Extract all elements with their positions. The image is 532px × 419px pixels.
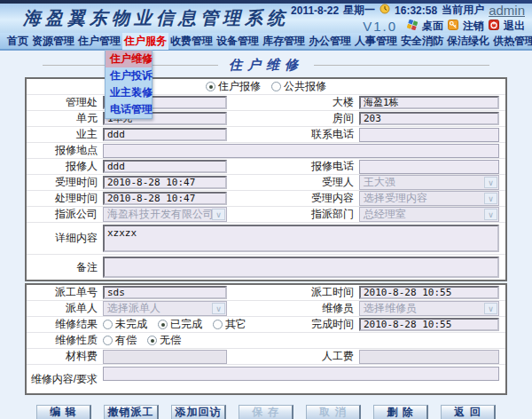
menu-item-phone-management[interactable]: 电话管理 bbox=[106, 101, 152, 118]
nav-item-equipment[interactable]: 设备管理 bbox=[215, 33, 261, 50]
dispatch-time-input[interactable] bbox=[359, 286, 499, 299]
finish-time-input[interactable] bbox=[359, 318, 499, 331]
nav-item-office[interactable]: 办公管理 bbox=[307, 33, 353, 50]
process-time-input[interactable] bbox=[103, 192, 227, 205]
detail-content-label: 详细内容 bbox=[27, 231, 103, 246]
radio-off-icon bbox=[271, 82, 281, 91]
nav-item-resources[interactable]: 资源管理 bbox=[30, 33, 76, 50]
weekday: 星期一 bbox=[343, 3, 375, 18]
acceptor-select[interactable]: 王大强∨ bbox=[359, 175, 499, 190]
current-date: 2011-8-22 bbox=[291, 4, 339, 17]
detail-content-textarea[interactable]: xzxzx bbox=[103, 225, 499, 252]
menu-item-owner-decoration[interactable]: 业主装修 bbox=[106, 84, 152, 101]
accept-time-label: 受理时间 bbox=[27, 175, 103, 190]
username-link[interactable]: admin bbox=[489, 3, 525, 18]
row-nature: 维修性质 有偿 无偿 bbox=[27, 333, 505, 349]
nav-item-hr[interactable]: 人事管理 bbox=[353, 33, 399, 50]
process-time-label: 处理时间 bbox=[27, 191, 103, 206]
nature-paid-label: 有偿 bbox=[115, 333, 137, 348]
row-process-time-content: 处理时间 受理内容 选择受理内容∨ bbox=[27, 191, 505, 207]
title-rule-right bbox=[314, 65, 489, 66]
owner-input[interactable] bbox=[103, 128, 227, 141]
exit-link[interactable]: 退出 bbox=[504, 19, 525, 34]
remark-textarea[interactable] bbox=[103, 257, 499, 278]
desktop-icon[interactable] bbox=[407, 20, 418, 33]
row-reporter-phone: 报修人 报修电话 bbox=[27, 159, 505, 175]
cancel-dispatch-button[interactable]: 撤销派工 bbox=[104, 405, 159, 419]
assigned-company-select[interactable]: 海盈科技开发有限公司∨ bbox=[103, 207, 227, 222]
nav-item-fees[interactable]: 收费管理 bbox=[168, 33, 215, 50]
assigned-company-value: 海盈科技开发有限公司 bbox=[107, 207, 212, 222]
button-bar: 编 辑 撤销派工 添加回访 保 存 取 消 删 除 返 回 bbox=[0, 405, 532, 419]
nature-paid[interactable]: 有偿 bbox=[103, 333, 137, 348]
menu-item-resident-repair[interactable]: 住户维修 bbox=[106, 51, 152, 67]
row-area-building: 管理处 大楼 bbox=[27, 95, 505, 111]
chevron-down-icon: ∨ bbox=[484, 177, 497, 188]
version-label: V1.0 bbox=[363, 19, 397, 34]
repair-result-radios: 未完成 已完成 其它 bbox=[103, 317, 246, 332]
nav-item-inventory[interactable]: 库存管理 bbox=[261, 33, 307, 50]
app-header: 海盈翼东物业信息管理系统 2011-8-22 星期一 16:32:58 当前用户… bbox=[0, 4, 532, 33]
accept-time-input[interactable] bbox=[103, 176, 227, 189]
nav-item-safety[interactable]: 安全消防 bbox=[399, 33, 445, 50]
acceptor-label: 受理人 bbox=[322, 175, 359, 190]
resident-service-dropdown: 住户维修 住户投诉 业主装修 电话管理 bbox=[105, 50, 153, 119]
work-order-no-input[interactable] bbox=[103, 286, 227, 299]
radio-off-icon bbox=[213, 320, 223, 329]
dispatcher-select[interactable]: 选择派单人∨ bbox=[103, 301, 227, 316]
row-detail-content: 详细内容 xzxzx bbox=[27, 223, 505, 255]
nav-item-cleaning[interactable]: 保洁绿化 bbox=[445, 33, 491, 50]
repair-nature-label: 维修性质 bbox=[27, 333, 103, 348]
reporter-label: 报修人 bbox=[27, 159, 103, 174]
contact-phone-input[interactable] bbox=[359, 128, 499, 142]
result-finished-label: 已完成 bbox=[170, 317, 202, 332]
repair-info-box: 住户报修 公共报修 管理处 大楼 单元 房间 业主 联系电话 报修地点 报修人 … bbox=[25, 77, 507, 281]
report-type-public-label: 公共报修 bbox=[284, 79, 326, 94]
desktop-link[interactable]: 桌面 bbox=[422, 19, 443, 34]
delete-button[interactable]: 删 除 bbox=[373, 405, 428, 419]
work-order-no-label: 派工单号 bbox=[27, 285, 103, 300]
nature-free[interactable]: 无偿 bbox=[147, 333, 181, 348]
reporter-input[interactable] bbox=[103, 160, 227, 173]
repair-nature-radios: 有偿 无偿 bbox=[103, 333, 181, 348]
result-unfinished[interactable]: 未完成 bbox=[103, 317, 147, 332]
nav-item-heating[interactable]: 供热管理 bbox=[491, 33, 532, 50]
assigned-dept-select[interactable]: 总经理室∨ bbox=[359, 207, 499, 222]
labor-fee-input[interactable] bbox=[359, 350, 499, 364]
add-followup-button[interactable]: 添加回访 bbox=[171, 405, 226, 419]
result-unfinished-label: 未完成 bbox=[115, 317, 147, 332]
repairman-select[interactable]: 选择维修员∨ bbox=[359, 301, 499, 316]
report-type-public[interactable]: 公共报修 bbox=[271, 79, 326, 94]
material-fee-input[interactable] bbox=[103, 350, 227, 364]
current-user-label: 当前用户 bbox=[442, 3, 484, 18]
logout-icon[interactable] bbox=[448, 20, 458, 33]
exit-icon[interactable] bbox=[489, 20, 499, 33]
row-workorder-dispatchtime: 派工单号 派工时间 bbox=[27, 285, 505, 301]
logout-link[interactable]: 注销 bbox=[463, 19, 484, 34]
chevron-down-icon: ∨ bbox=[484, 193, 497, 204]
row-remark: 备注 bbox=[27, 255, 505, 280]
labor-fee-label: 人工费 bbox=[322, 349, 359, 364]
clock-icon bbox=[379, 4, 390, 17]
remark-label: 备注 bbox=[27, 260, 103, 275]
report-type-resident[interactable]: 住户报修 bbox=[206, 79, 261, 94]
assigned-company-label: 指派公司 bbox=[27, 207, 103, 222]
nav-item-residents[interactable]: 住户管理 bbox=[76, 33, 122, 50]
back-button[interactable]: 返 回 bbox=[441, 405, 496, 419]
nav-item-resident-service[interactable]: 住户服务 bbox=[122, 33, 168, 50]
result-other[interactable]: 其它 bbox=[213, 317, 246, 332]
nav-item-home[interactable]: 首页 bbox=[5, 33, 30, 50]
repair-location-input[interactable] bbox=[103, 144, 499, 158]
building-input[interactable] bbox=[359, 96, 499, 109]
nature-free-label: 无偿 bbox=[160, 333, 181, 348]
report-phone-input[interactable] bbox=[359, 160, 499, 174]
repair-requirement-textarea[interactable] bbox=[103, 367, 499, 381]
accept-content-select[interactable]: 选择受理内容∨ bbox=[359, 191, 499, 206]
report-phone-label: 报修电话 bbox=[311, 159, 359, 174]
edit-button[interactable]: 编 辑 bbox=[36, 405, 91, 419]
room-input[interactable] bbox=[359, 112, 499, 125]
result-finished[interactable]: 已完成 bbox=[158, 317, 202, 332]
menu-item-resident-complaint[interactable]: 住户投诉 bbox=[106, 67, 152, 84]
radio-on-icon bbox=[206, 82, 215, 91]
owner-label: 业主 bbox=[27, 127, 103, 142]
